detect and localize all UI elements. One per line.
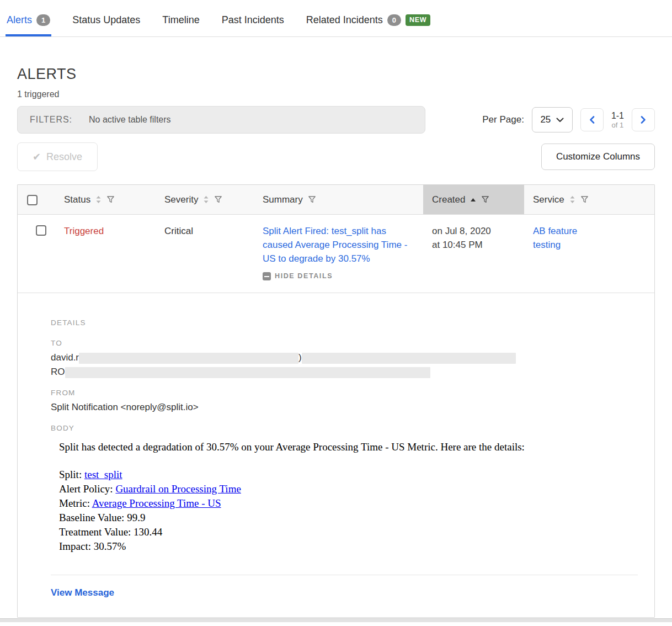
sort-icon[interactable]: [95, 195, 102, 204]
column-label: Severity: [164, 194, 198, 205]
created-date: on Jul 8, 2020: [432, 224, 515, 238]
customize-columns-label: Customize Columns: [556, 151, 640, 162]
hide-details-icon: [263, 272, 271, 280]
pagination-controls: Per Page: 25 1-1 of 1: [482, 107, 655, 132]
tab-label: Past Incidents: [222, 14, 284, 26]
column-label: Service: [533, 194, 564, 205]
redacted-text: [302, 353, 516, 364]
filter-funnel-icon[interactable]: [308, 195, 316, 204]
page-range-current: 1-1: [611, 110, 624, 121]
service-link[interactable]: AB feature testing: [533, 224, 594, 252]
redacted-text: [79, 353, 298, 364]
tab-label: Timeline: [162, 14, 199, 26]
per-page-label: Per Page:: [482, 114, 524, 125]
tab-past-incidents[interactable]: Past Incidents: [221, 14, 285, 36]
page-range: 1-1 of 1: [611, 110, 624, 130]
body-intro: Split has detected a degradation of 30.5…: [59, 441, 638, 453]
resolve-button-label: Resolve: [46, 151, 82, 163]
created-cell: on Jul 8, 2020 at 10:45 PM: [423, 215, 524, 293]
tab-related-incidents[interactable]: Related Incidents 0 NEW: [305, 14, 431, 36]
field-split: Split: test_split: [59, 468, 638, 482]
sort-icon[interactable]: [569, 195, 575, 204]
column-label: Summary: [263, 194, 303, 205]
column-label: Status: [64, 194, 90, 205]
column-header-status[interactable]: Status: [55, 185, 156, 214]
select-all-checkbox[interactable]: [27, 195, 38, 205]
window-bottom-edge: [0, 618, 672, 622]
email-body: Split has detected a degradation of 30.5…: [59, 441, 638, 554]
tab-label: Alerts: [7, 14, 32, 26]
tab-label: Related Incidents: [306, 14, 383, 26]
body-label: BODY: [51, 424, 638, 432]
from-value: Split Notification <noreply@split.io>: [51, 401, 638, 414]
per-page-value: 25: [540, 114, 551, 125]
tab-timeline[interactable]: Timeline: [161, 14, 200, 36]
column-header-created[interactable]: Created: [423, 185, 524, 214]
field-impact: Impact: 30.57%: [59, 539, 638, 554]
new-badge: NEW: [406, 14, 430, 26]
per-page-select[interactable]: 25: [532, 107, 573, 132]
to-line-1: david.r): [51, 351, 638, 364]
tab-status-updates[interactable]: Status Updates: [71, 14, 141, 36]
row-select-cell: [18, 215, 55, 293]
page-range-total: of 1: [611, 121, 624, 130]
alerts-table: Status Severity Summary Created Service: [17, 184, 655, 618]
row-checkbox[interactable]: [36, 225, 46, 236]
column-label: Created: [432, 194, 465, 205]
alerts-count-badge: 1: [36, 14, 50, 26]
body-fields: Split: test_split Alert Policy: Guardrai…: [59, 468, 638, 554]
filters-label: FILTERS:: [30, 115, 72, 125]
next-page-button[interactable]: [632, 108, 655, 131]
to-label: TO: [51, 339, 638, 347]
to-line-2: RO: [51, 365, 638, 379]
hide-details-toggle[interactable]: HIDE DETAILS: [263, 269, 414, 283]
chevron-left-icon: [589, 116, 595, 124]
tab-alerts[interactable]: Alerts 1: [6, 14, 51, 36]
to-recipient-text: RO: [51, 367, 65, 377]
filter-funnel-icon[interactable]: [481, 195, 489, 204]
filters-bar[interactable]: FILTERS: No active table filters: [17, 106, 425, 134]
created-time: at 10:45 PM: [432, 238, 515, 252]
summary-cell: Split Alert Fired: test_split has caused…: [254, 215, 423, 293]
chevron-right-icon: [641, 116, 646, 124]
page-title: ALERTS: [17, 66, 655, 83]
column-header-service[interactable]: Service: [524, 185, 654, 214]
table-row: Triggered Critical Split Alert Fired: te…: [18, 215, 654, 293]
view-message-link[interactable]: View Message: [51, 587, 114, 598]
table-toolbar: FILTERS: No active table filters Per Pag…: [17, 106, 655, 134]
column-header-summary[interactable]: Summary: [254, 185, 423, 214]
resolve-button[interactable]: ✔ Resolve: [17, 142, 98, 171]
alert-summary-link[interactable]: Split Alert Fired: test_split has caused…: [263, 226, 407, 264]
customize-columns-button[interactable]: Customize Columns: [541, 144, 655, 170]
tab-bar: Alerts 1 Status Updates Timeline Past In…: [0, 0, 672, 37]
action-row: ✔ Resolve Customize Columns: [17, 142, 655, 171]
filter-funnel-icon[interactable]: [214, 195, 222, 204]
to-recipient-text: david.r: [51, 352, 79, 363]
checkmark-icon: ✔: [33, 151, 41, 163]
split-link[interactable]: test_split: [84, 469, 122, 480]
details-title: DETAILS: [51, 319, 638, 327]
sort-ascending-icon[interactable]: [470, 198, 476, 202]
prev-page-button[interactable]: [580, 108, 604, 131]
table-header-row: Status Severity Summary Created Service: [18, 185, 654, 215]
select-all-cell: [18, 185, 55, 214]
field-metric: Metric: Average Processing Time - US: [59, 496, 638, 511]
alert-policy-link[interactable]: Guardrail on Processing Time: [115, 483, 241, 495]
sort-icon[interactable]: [203, 195, 209, 204]
triggered-count: 1 triggered: [17, 89, 655, 99]
tab-label: Status Updates: [72, 14, 140, 26]
hide-details-label: HIDE DETAILS: [275, 269, 333, 283]
to-recipient-text: ): [298, 352, 302, 363]
service-cell: AB feature testing: [524, 215, 654, 293]
related-incidents-count-badge: 0: [387, 14, 401, 26]
severity-cell: Critical: [156, 215, 254, 293]
field-baseline-value: Baseline Value: 99.9: [59, 511, 638, 525]
chevron-down-icon: [556, 118, 564, 123]
column-header-severity[interactable]: Severity: [156, 185, 254, 214]
filter-funnel-icon[interactable]: [106, 195, 115, 204]
filters-value: No active table filters: [89, 115, 171, 125]
redacted-text: [65, 367, 430, 378]
metric-link[interactable]: Average Processing Time - US: [92, 497, 221, 509]
field-alert-policy: Alert Policy: Guardrail on Processing Ti…: [59, 482, 638, 496]
filter-funnel-icon[interactable]: [580, 195, 589, 204]
